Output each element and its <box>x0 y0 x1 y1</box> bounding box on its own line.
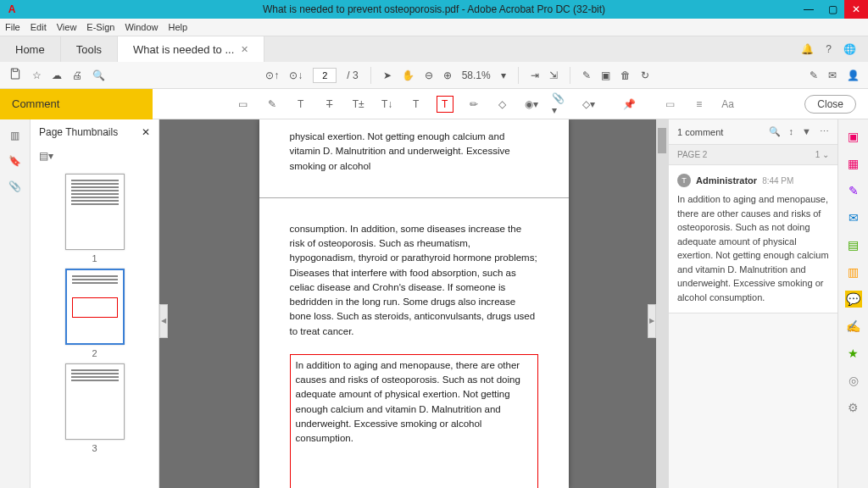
font-icon[interactable]: Aa <box>720 96 737 113</box>
replace-text-icon[interactable]: T± <box>350 96 367 113</box>
main-toolbar: ☆ ☁ 🖨 🔍 ⊙↑ ⊙↓ / 3 ➤ ✋ ⊖ ⊕ 58.1% ▾ ⇥ ⇲ ✎ … <box>0 62 868 89</box>
create-pdf-icon[interactable]: ▣ <box>845 128 862 145</box>
app-logo-icon: A <box>3 1 20 18</box>
save-icon[interactable] <box>8 67 22 83</box>
redact-icon[interactable]: ▣ <box>601 69 610 81</box>
attachments-nav-icon[interactable]: 📎 <box>8 180 21 192</box>
fill-sign-icon[interactable]: ✍ <box>845 318 862 335</box>
help-icon[interactable]: ? <box>826 43 832 55</box>
highlight-icon[interactable]: ✎ <box>264 96 281 113</box>
document-page[interactable]: physical exertion. Not getting enough ca… <box>259 119 569 488</box>
more-comments-icon[interactable]: ⋯ <box>820 126 829 137</box>
bookmarks-nav-icon[interactable]: 🔖 <box>8 155 21 167</box>
attach-icon[interactable]: 📎▾ <box>552 96 569 113</box>
fit-width-icon[interactable]: ⇥ <box>531 69 539 81</box>
vertical-scrollbar[interactable] <box>656 119 668 488</box>
menu-edit[interactable]: Edit <box>31 22 47 32</box>
strikethrough-icon[interactable]: T <box>321 96 338 113</box>
request-sign-icon[interactable]: ✉ <box>845 209 862 226</box>
page-break <box>259 197 569 198</box>
menu-help[interactable]: Help <box>169 22 188 32</box>
edit-pdf-icon[interactable]: ✎ <box>845 182 862 199</box>
comments-count: 1 comment <box>677 127 723 137</box>
print-icon[interactable]: 🖨 <box>72 69 82 81</box>
more-tools-icon[interactable]: ⚙ <box>845 399 862 416</box>
close-tab-icon[interactable]: ✕ <box>241 44 248 55</box>
stamp-icon[interactable]: ◉▾ <box>523 96 540 113</box>
zoom-out-icon[interactable]: ⊖ <box>425 69 433 81</box>
sort-comments-icon[interactable]: ↕ <box>789 126 794 137</box>
fit-page-icon[interactable]: ⇲ <box>549 69 558 81</box>
close-comment-button[interactable]: Close <box>804 95 856 114</box>
menu-window[interactable]: Window <box>125 22 158 32</box>
textbox-icon[interactable]: T <box>437 96 453 113</box>
collapse-left-icon[interactable]: ◀ <box>159 304 168 338</box>
page-number-input[interactable] <box>313 68 337 83</box>
star-icon[interactable]: ☆ <box>32 69 42 81</box>
text-box-annotation[interactable]: In addition to aging and menopause, ther… <box>290 354 538 488</box>
zoom-dropdown-icon[interactable]: ▾ <box>501 69 506 81</box>
eraser-icon[interactable]: ◇ <box>494 96 511 113</box>
document-view: ◀ physical exertion. Not getting enough … <box>159 119 668 488</box>
menu-view[interactable]: View <box>57 22 77 32</box>
menu-bar: File Edit View E-Sign Window Help <box>0 19 868 36</box>
comment-item[interactable]: T Administrator 8:44 PM In addition to a… <box>669 165 837 313</box>
thumbnail-page-1[interactable]: 1 <box>65 174 125 263</box>
shapes-icon[interactable]: ◇▾ <box>581 96 598 113</box>
sign-icon[interactable]: ✎ <box>582 69 591 81</box>
close-window-button[interactable]: ✕ <box>844 0 868 19</box>
protect-icon[interactable]: ★ <box>845 345 862 362</box>
hand-icon[interactable]: ✋ <box>402 69 415 81</box>
tab-bar: Home Tools What is needed to ...✕ 🔔 ? 🌐 <box>0 36 868 62</box>
maximize-button[interactable]: ▢ <box>821 0 844 19</box>
pointer-icon[interactable]: ➤ <box>383 69 392 81</box>
doc-paragraph-1: consumption. In addition, some diseases … <box>290 222 538 339</box>
tab-document[interactable]: What is needed to ...✕ <box>118 36 264 62</box>
minimize-button[interactable]: — <box>797 0 821 19</box>
tab-home[interactable]: Home <box>0 36 61 62</box>
profile-icon[interactable]: 👤 <box>847 69 860 81</box>
collapse-right-icon[interactable]: ▶ <box>648 304 656 338</box>
thumbnail-page-2[interactable]: 2 <box>65 269 125 358</box>
comment-mode-label: Comment <box>0 89 153 119</box>
comments-panel: 1 comment 🔍 ↕ ▼ ⋯ PAGE 2 1 ⌄ T Administr… <box>668 119 837 488</box>
organize-icon[interactable]: ▥ <box>845 263 862 280</box>
thumbnail-page-3[interactable]: 3 <box>65 363 125 453</box>
search-comments-icon[interactable]: 🔍 <box>769 126 781 137</box>
export-icon[interactable]: ▤ <box>845 236 862 253</box>
shield-icon[interactable]: ◎ <box>845 372 862 389</box>
edit-icon[interactable]: ✎ <box>810 69 818 81</box>
tab-tools[interactable]: Tools <box>61 36 118 62</box>
comment-time: 8:44 PM <box>762 176 793 186</box>
sticky-note-icon[interactable]: ▭ <box>235 96 252 113</box>
delete-icon[interactable]: 🗑 <box>620 69 631 81</box>
pencil-icon[interactable]: ✏ <box>465 96 482 113</box>
line-width-icon[interactable]: ≡ <box>691 96 708 113</box>
comment-body: In addition to aging and menopause, ther… <box>677 192 829 304</box>
cloud-icon[interactable]: ☁ <box>52 69 62 81</box>
comments-page-section[interactable]: PAGE 2 1 ⌄ <box>669 145 837 165</box>
page-down-icon[interactable]: ⊙↓ <box>289 69 303 81</box>
menu-esign[interactable]: E-Sign <box>86 22 114 32</box>
close-thumbnails-icon[interactable]: ✕ <box>142 126 150 138</box>
search-icon[interactable]: 🔍 <box>92 69 105 81</box>
zoom-level[interactable]: 58.1% <box>462 69 491 81</box>
filter-comments-icon[interactable]: ▼ <box>802 126 811 137</box>
account-icon[interactable]: 🌐 <box>843 43 856 55</box>
email-icon[interactable]: ✉ <box>828 69 837 81</box>
rotate-icon[interactable]: ↻ <box>641 69 649 81</box>
menu-file[interactable]: File <box>5 22 20 32</box>
text-comment-icon[interactable]: T <box>408 96 425 113</box>
pin-icon[interactable]: 📌 <box>621 96 638 113</box>
comment-tool-icon[interactable]: 💬 <box>845 291 862 308</box>
right-tools-strip: ▣ ▦ ✎ ✉ ▤ ▥ 💬 ✍ ★ ◎ ⚙ <box>837 119 868 488</box>
underline-icon[interactable]: T <box>292 96 309 113</box>
stroke-icon[interactable]: ▭ <box>662 96 679 113</box>
insert-text-icon[interactable]: T↓ <box>379 96 396 113</box>
thumbnails-nav-icon[interactable]: ▥ <box>10 130 19 141</box>
combine-icon[interactable]: ▦ <box>845 155 862 172</box>
thumbnails-options-icon[interactable]: ▤▾ <box>39 150 53 162</box>
zoom-in-icon[interactable]: ⊕ <box>443 69 452 81</box>
page-up-icon[interactable]: ⊙↑ <box>265 69 279 81</box>
notification-icon[interactable]: 🔔 <box>801 43 814 55</box>
